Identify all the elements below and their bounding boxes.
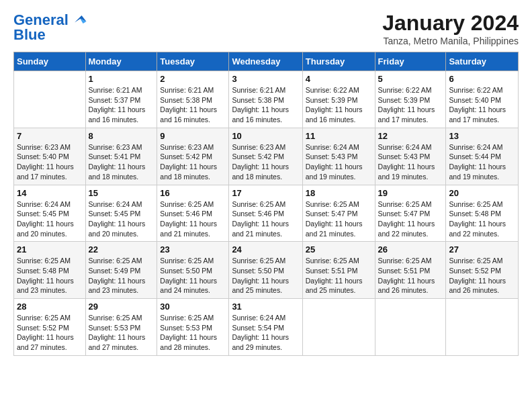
day-info: Sunrise: 6:24 AM Sunset: 5:44 PM Dayligh…	[449, 142, 515, 182]
header-day-sunday: Sunday	[14, 52, 86, 71]
day-info: Sunrise: 6:25 AM Sunset: 5:51 PM Dayligh…	[378, 256, 443, 295]
day-number: 24	[232, 244, 299, 255]
day-number: 18	[306, 188, 372, 198]
day-info: Sunrise: 6:25 AM Sunset: 5:53 PM Dayligh…	[160, 313, 226, 353]
day-number: 17	[232, 188, 299, 198]
day-info: Sunrise: 6:24 AM Sunset: 5:45 PM Dayligh…	[17, 199, 83, 239]
day-number: 14	[17, 188, 83, 198]
week-row-1: 7Sunrise: 6:23 AM Sunset: 5:40 PM Daylig…	[14, 128, 519, 185]
calendar-cell: 6Sunrise: 6:22 AM Sunset: 5:40 PM Daylig…	[446, 71, 519, 128]
calendar-cell: 14Sunrise: 6:24 AM Sunset: 5:45 PM Dayli…	[14, 185, 86, 242]
calendar-cell	[446, 299, 519, 356]
calendar-cell: 26Sunrise: 6:25 AM Sunset: 5:51 PM Dayli…	[375, 242, 446, 299]
header-day-wednesday: Wednesday	[229, 52, 302, 71]
calendar-cell: 2Sunrise: 6:21 AM Sunset: 5:38 PM Daylig…	[157, 71, 229, 128]
day-number: 20	[449, 188, 515, 198]
day-number: 5	[378, 74, 443, 84]
calendar-cell: 28Sunrise: 6:25 AM Sunset: 5:52 PM Dayli…	[14, 299, 86, 356]
calendar-table: SundayMondayTuesdayWednesdayThursdayFrid…	[13, 52, 519, 356]
calendar-cell: 11Sunrise: 6:24 AM Sunset: 5:43 PM Dayli…	[302, 128, 375, 185]
day-number: 11	[306, 131, 372, 141]
day-info: Sunrise: 6:25 AM Sunset: 5:52 PM Dayligh…	[17, 313, 83, 353]
header: General Blue January 2024 Tanza, Metro M…	[13, 11, 519, 46]
day-number: 30	[160, 302, 226, 312]
calendar-header-row: SundayMondayTuesdayWednesdayThursdayFrid…	[14, 52, 519, 71]
day-number: 19	[378, 188, 443, 198]
calendar-cell: 9Sunrise: 6:23 AM Sunset: 5:42 PM Daylig…	[157, 128, 229, 185]
calendar-cell: 1Sunrise: 6:21 AM Sunset: 5:37 PM Daylig…	[85, 71, 157, 128]
week-row-4: 28Sunrise: 6:25 AM Sunset: 5:52 PM Dayli…	[14, 299, 519, 356]
calendar-cell: 23Sunrise: 6:25 AM Sunset: 5:50 PM Dayli…	[157, 242, 229, 299]
day-number: 10	[232, 131, 299, 141]
day-info: Sunrise: 6:25 AM Sunset: 5:46 PM Dayligh…	[160, 199, 226, 239]
day-info: Sunrise: 6:23 AM Sunset: 5:40 PM Dayligh…	[17, 142, 83, 182]
day-info: Sunrise: 6:25 AM Sunset: 5:48 PM Dayligh…	[17, 256, 83, 295]
day-number: 9	[160, 131, 226, 141]
calendar-cell: 5Sunrise: 6:22 AM Sunset: 5:39 PM Daylig…	[375, 71, 446, 128]
day-info: Sunrise: 6:21 AM Sunset: 5:37 PM Dayligh…	[89, 85, 154, 125]
day-info: Sunrise: 6:25 AM Sunset: 5:53 PM Dayligh…	[89, 313, 154, 353]
calendar-cell: 20Sunrise: 6:25 AM Sunset: 5:48 PM Dayli…	[446, 185, 519, 242]
day-number: 29	[89, 302, 154, 312]
calendar-body: 1Sunrise: 6:21 AM Sunset: 5:37 PM Daylig…	[14, 71, 519, 356]
day-number: 2	[160, 74, 226, 84]
day-info: Sunrise: 6:21 AM Sunset: 5:38 PM Dayligh…	[160, 85, 226, 125]
day-number: 12	[378, 131, 443, 141]
calendar-cell: 22Sunrise: 6:25 AM Sunset: 5:49 PM Dayli…	[85, 242, 157, 299]
week-row-2: 14Sunrise: 6:24 AM Sunset: 5:45 PM Dayli…	[14, 185, 519, 242]
calendar-cell: 8Sunrise: 6:23 AM Sunset: 5:41 PM Daylig…	[85, 128, 157, 185]
day-number: 1	[89, 74, 154, 84]
day-info: Sunrise: 6:25 AM Sunset: 5:51 PM Dayligh…	[306, 256, 372, 295]
calendar-cell: 31Sunrise: 6:24 AM Sunset: 5:54 PM Dayli…	[229, 299, 302, 356]
day-number: 6	[449, 74, 515, 84]
day-info: Sunrise: 6:25 AM Sunset: 5:52 PM Dayligh…	[449, 256, 515, 295]
header-day-thursday: Thursday	[302, 52, 375, 71]
day-info: Sunrise: 6:25 AM Sunset: 5:50 PM Dayligh…	[232, 256, 299, 295]
calendar-cell: 3Sunrise: 6:21 AM Sunset: 5:38 PM Daylig…	[229, 71, 302, 128]
day-number: 22	[89, 244, 154, 255]
calendar-cell: 30Sunrise: 6:25 AM Sunset: 5:53 PM Dayli…	[157, 299, 229, 356]
main-title: January 2024	[382, 11, 519, 36]
calendar-cell: 15Sunrise: 6:24 AM Sunset: 5:45 PM Dayli…	[85, 185, 157, 242]
day-number: 28	[17, 302, 83, 312]
day-info: Sunrise: 6:22 AM Sunset: 5:39 PM Dayligh…	[306, 85, 372, 125]
calendar-cell: 12Sunrise: 6:24 AM Sunset: 5:43 PM Dayli…	[375, 128, 446, 185]
calendar-cell: 29Sunrise: 6:25 AM Sunset: 5:53 PM Dayli…	[85, 299, 157, 356]
week-row-3: 21Sunrise: 6:25 AM Sunset: 5:48 PM Dayli…	[14, 242, 519, 299]
calendar-cell: 4Sunrise: 6:22 AM Sunset: 5:39 PM Daylig…	[302, 71, 375, 128]
header-day-tuesday: Tuesday	[157, 52, 229, 71]
logo-bird-icon	[70, 11, 89, 30]
header-day-monday: Monday	[85, 52, 157, 71]
day-info: Sunrise: 6:23 AM Sunset: 5:42 PM Dayligh…	[232, 142, 299, 182]
day-number: 4	[306, 74, 372, 84]
day-number: 27	[449, 244, 515, 255]
header-day-friday: Friday	[375, 52, 446, 71]
day-number: 7	[17, 131, 83, 141]
day-info: Sunrise: 6:22 AM Sunset: 5:40 PM Dayligh…	[449, 85, 515, 125]
day-number: 8	[89, 131, 154, 141]
day-info: Sunrise: 6:24 AM Sunset: 5:45 PM Dayligh…	[89, 199, 154, 239]
day-info: Sunrise: 6:24 AM Sunset: 5:43 PM Dayligh…	[378, 142, 443, 182]
day-number: 21	[17, 244, 83, 255]
calendar-cell: 19Sunrise: 6:25 AM Sunset: 5:47 PM Dayli…	[375, 185, 446, 242]
calendar-cell: 18Sunrise: 6:25 AM Sunset: 5:47 PM Dayli…	[302, 185, 375, 242]
calendar-cell	[375, 299, 446, 356]
day-number: 3	[232, 74, 299, 84]
page: General Blue January 2024 Tanza, Metro M…	[0, 0, 532, 363]
calendar-cell: 27Sunrise: 6:25 AM Sunset: 5:52 PM Dayli…	[446, 242, 519, 299]
title-block: January 2024 Tanza, Metro Manila, Philip…	[382, 11, 519, 46]
logo: General Blue	[13, 11, 89, 43]
week-row-0: 1Sunrise: 6:21 AM Sunset: 5:37 PM Daylig…	[14, 71, 519, 128]
calendar-cell: 16Sunrise: 6:25 AM Sunset: 5:46 PM Dayli…	[157, 185, 229, 242]
calendar-cell	[302, 299, 375, 356]
day-info: Sunrise: 6:23 AM Sunset: 5:41 PM Dayligh…	[89, 142, 154, 182]
day-info: Sunrise: 6:22 AM Sunset: 5:39 PM Dayligh…	[378, 85, 443, 125]
day-info: Sunrise: 6:25 AM Sunset: 5:50 PM Dayligh…	[160, 256, 226, 295]
day-number: 15	[89, 188, 154, 198]
day-number: 23	[160, 244, 226, 255]
day-info: Sunrise: 6:25 AM Sunset: 5:47 PM Dayligh…	[378, 199, 443, 239]
day-info: Sunrise: 6:25 AM Sunset: 5:46 PM Dayligh…	[232, 199, 299, 239]
day-number: 26	[378, 244, 443, 255]
day-number: 25	[306, 244, 372, 255]
day-info: Sunrise: 6:24 AM Sunset: 5:43 PM Dayligh…	[306, 142, 372, 182]
